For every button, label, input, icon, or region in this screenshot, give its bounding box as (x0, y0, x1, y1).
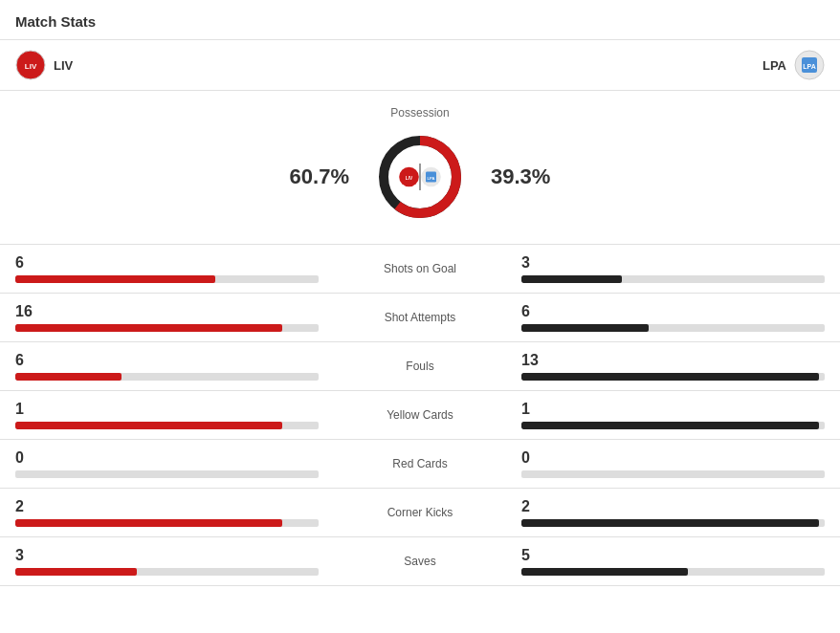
svg-text:LPA: LPA (803, 63, 815, 70)
possession-right-pct: 39.3% (491, 164, 550, 189)
stat-label-0: Shots on Goal (334, 262, 506, 275)
stat-right-bar-3 (521, 422, 825, 429)
stat-left-bar-2 (15, 373, 319, 381)
possession-section: Possession 60.7% LIV (0, 91, 840, 245)
stat-left-bar-4 (15, 470, 319, 478)
stat-right-5: 2 (506, 498, 840, 527)
stat-left-6: 3 (0, 547, 334, 576)
stat-row: 6 Fouls 13 (0, 342, 840, 391)
stat-left-3: 1 (0, 401, 334, 429)
stats-list: 6 Shots on Goal 3 16 Shot Attempts (0, 245, 840, 586)
stat-right-value-3: 1 (521, 401, 530, 418)
stat-left-5: 2 (0, 498, 334, 527)
stat-left-value-3: 1 (15, 401, 24, 418)
stat-left-value-1: 16 (15, 303, 33, 320)
stat-left-0: 6 (0, 254, 334, 283)
team-right: LPA LPA (420, 50, 825, 80)
svg-text:LIV: LIV (25, 62, 37, 71)
svg-text:LPA: LPA (428, 176, 435, 181)
stat-right-bar-4 (521, 470, 825, 478)
stat-left-bar-5 (15, 519, 319, 527)
stat-row: 3 Saves 5 (0, 537, 840, 586)
stat-left-value-4: 0 (15, 449, 24, 467)
stat-right-bar-1 (521, 324, 825, 332)
stat-right-0: 3 (506, 254, 840, 283)
stat-right-3: 1 (506, 401, 840, 429)
svg-text:LIV: LIV (406, 176, 413, 181)
stat-right-value-2: 13 (521, 352, 539, 369)
stat-label-6: Saves (334, 555, 506, 568)
stat-left-1: 16 (0, 303, 334, 332)
stat-right-1: 6 (506, 303, 840, 332)
stat-right-value-0: 3 (521, 254, 530, 272)
stat-label-1: Shot Attempts (334, 311, 506, 324)
stat-right-bar-0 (521, 275, 825, 283)
stat-label-5: Corner Kicks (334, 506, 506, 519)
lpa-badge-icon: LPA (794, 50, 825, 80)
possession-donut: LIV LPA (372, 129, 468, 225)
possession-chart-row: 60.7% LIV (290, 129, 551, 225)
stat-right-value-1: 6 (521, 303, 530, 320)
stat-right-value-6: 5 (521, 547, 530, 564)
stat-right-value-4: 0 (521, 449, 530, 467)
stat-left-value-5: 2 (15, 498, 24, 515)
stat-row: 1 Yellow Cards 1 (0, 391, 840, 440)
stat-left-2: 6 (0, 352, 334, 381)
stat-row: 16 Shot Attempts 6 (0, 294, 840, 342)
match-stats-container: Match Stats LIV LIV LPA LPA Possession (0, 0, 840, 586)
stat-right-4: 0 (506, 449, 840, 478)
match-stats-title: Match Stats (0, 0, 840, 40)
stat-left-bar-3 (15, 422, 319, 429)
stat-left-bar-0 (15, 275, 319, 283)
stat-right-2: 13 (506, 352, 840, 381)
donut-center-badges: LIV LPA (399, 164, 442, 190)
stat-left-bar-1 (15, 324, 319, 332)
stat-label-2: Fouls (334, 360, 506, 373)
possession-label: Possession (390, 106, 449, 120)
liv-badge-icon: LIV (15, 50, 46, 80)
stat-right-bar-2 (521, 373, 825, 381)
stat-left-value-2: 6 (15, 352, 24, 369)
team-right-name: LPA (763, 58, 786, 73)
stat-left-4: 0 (0, 449, 334, 478)
stat-right-value-5: 2 (521, 498, 530, 515)
stat-row: 2 Corner Kicks 2 (0, 489, 840, 537)
team-left: LIV LIV (15, 50, 420, 80)
stat-row: 0 Red Cards 0 (0, 440, 840, 489)
donut-lpa-badge: LPA (421, 166, 442, 187)
stat-left-value-0: 6 (15, 254, 24, 272)
possession-left-pct: 60.7% (290, 164, 349, 189)
stat-right-6: 5 (506, 547, 840, 576)
team-left-name: LIV (54, 58, 73, 73)
stat-left-value-6: 3 (15, 547, 24, 564)
teams-row: LIV LIV LPA LPA (0, 40, 840, 91)
stat-label-4: Red Cards (334, 457, 506, 470)
stat-left-bar-6 (15, 568, 319, 576)
stat-row: 6 Shots on Goal 3 (0, 245, 840, 294)
stat-right-bar-6 (521, 568, 825, 576)
stat-right-bar-5 (521, 519, 825, 527)
stat-label-3: Yellow Cards (334, 408, 506, 422)
donut-liv-badge: LIV (399, 166, 420, 187)
